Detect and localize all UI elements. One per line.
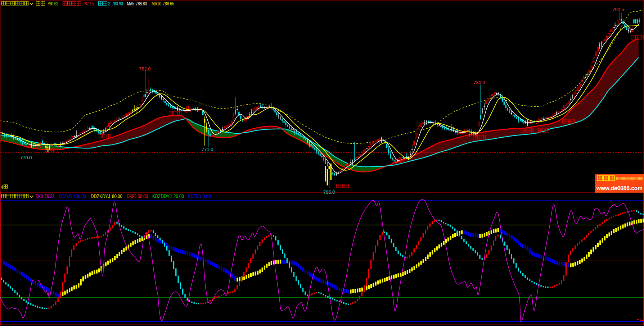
svg-text:790.62: 790.62 (47, 1, 58, 6)
svg-text:787.15: 787.15 (83, 1, 94, 6)
svg-text:MA5: MA5 (127, 1, 134, 6)
svg-text:76.22: 76.22 (45, 193, 54, 199)
svg-text:50.00: 50.00 (138, 193, 148, 199)
svg-text:0.00: 0.00 (203, 193, 211, 199)
svg-text:20.00: 20.00 (174, 193, 184, 199)
svg-text:KDZDD: KDZDD (188, 193, 201, 199)
svg-text:780.0: 780.0 (473, 80, 485, 85)
svg-text:4: 4 (1, 184, 3, 190)
svg-text:788.80: 788.80 (136, 1, 147, 6)
svg-text:782.0: 782.0 (139, 66, 151, 72)
svg-text:80.00: 80.00 (112, 193, 122, 199)
svg-text:788.65: 788.65 (163, 1, 174, 6)
svg-text:www.de6688.com: www.de6688.com (596, 185, 643, 192)
svg-text:790.5: 790.5 (612, 7, 624, 12)
svg-text:771.0: 771.0 (202, 147, 213, 152)
svg-text:DKFJ: DKFJ (127, 193, 136, 199)
svg-text:783.93: 783.93 (112, 1, 123, 6)
svg-text:MA10: MA10 (152, 1, 161, 6)
svg-text:KDZDDYJ: KDZDDYJ (152, 193, 172, 199)
svg-text:100.00: 100.00 (73, 193, 86, 199)
svg-text:DDZKDYJ: DDZKDYJ (91, 193, 110, 199)
svg-text:2: 2 (108, 1, 111, 6)
svg-text:770.0: 770.0 (20, 155, 32, 160)
svg-text:DKX: DKX (36, 193, 43, 199)
svg-text:DDZKD: DDZKD (59, 193, 72, 199)
